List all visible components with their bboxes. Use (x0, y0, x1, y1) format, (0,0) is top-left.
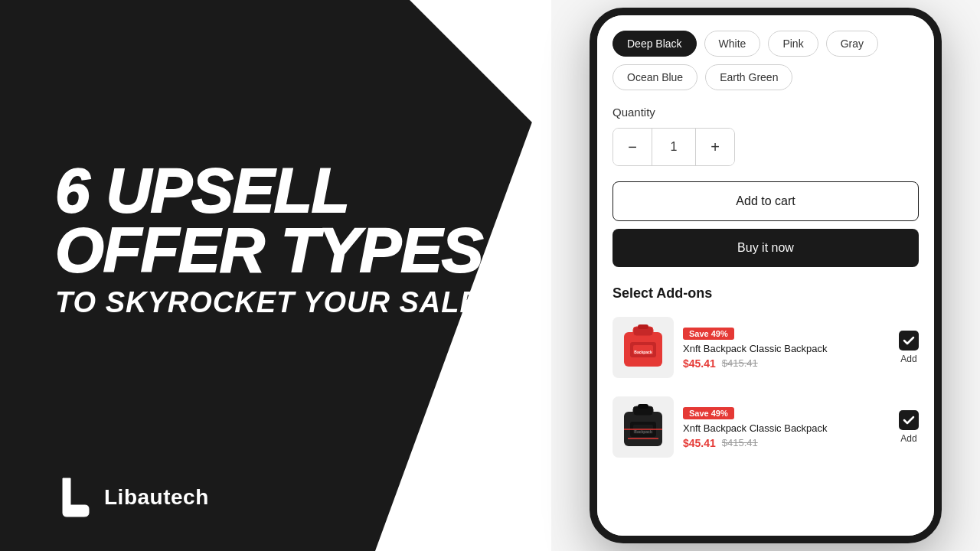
color-btn-deep-black[interactable]: Deep Black (612, 31, 697, 57)
addon-prices-1: $45.41 $415.41 (683, 357, 890, 370)
color-btn-white[interactable]: White (704, 31, 761, 57)
quantity-control: − 1 + (612, 128, 735, 166)
addon-price-old-2: $415.41 (722, 437, 758, 448)
svg-rect-9 (638, 404, 648, 409)
quantity-decrease-button[interactable]: − (613, 129, 652, 165)
addon-info-2: Save 49% Xnft Backpack Classic Backpack … (683, 406, 890, 449)
addon-save-badge-2: Save 49% (683, 407, 734, 419)
addon-price-new-1: $45.41 (683, 357, 716, 370)
addon-item-2: Backpack Save 49% Xnft Backpack Classic … (612, 393, 919, 461)
addon-prices-2: $45.41 $415.41 (683, 437, 890, 449)
addon-save-badge-1: Save 49% (683, 328, 734, 340)
addon-name-2: Xnft Backpack Classic Backpack (683, 422, 890, 434)
buy-now-button[interactable]: Buy it now (612, 229, 919, 267)
headline-line2: OFFER TYPES (55, 220, 500, 280)
color-btn-ocean-blue[interactable]: Ocean Blue (612, 64, 697, 90)
svg-text:Backpack: Backpack (634, 350, 652, 354)
quantity-label: Quantity (612, 106, 919, 119)
addon-checkbox-2[interactable] (899, 410, 919, 430)
logo-area: Libautech (55, 474, 209, 520)
phone-mockup: Deep Black White Pink Gray Ocean Blue Ea… (590, 8, 942, 543)
headline-container: 6 UPSELL OFFER TYPES TO SKYROCKET YOUR S… (55, 161, 500, 319)
left-panel: 6 UPSELL OFFER TYPES TO SKYROCKET YOUR S… (0, 0, 563, 551)
color-btn-earth-green[interactable]: Earth Green (705, 64, 792, 90)
libautech-logo-icon (55, 474, 93, 520)
color-btn-pink[interactable]: Pink (768, 31, 818, 57)
svg-rect-3 (638, 324, 648, 329)
addon-image-2: Backpack (612, 396, 674, 458)
quantity-increase-button[interactable]: + (696, 129, 734, 165)
addon-checkbox-1[interactable] (899, 331, 919, 350)
right-panel: Deep Black White Pink Gray Ocean Blue Ea… (551, 0, 980, 551)
color-btn-gray[interactable]: Gray (826, 31, 878, 57)
add-to-cart-button[interactable]: Add to cart (612, 181, 919, 221)
addon-item-1: Backpack Save 49% Xnft Backpack Classic … (612, 314, 919, 381)
quantity-value: 1 (652, 129, 696, 165)
phone-content: Deep Black White Pink Gray Ocean Blue Ea… (597, 15, 934, 536)
color-options: Deep Black White Pink Gray Ocean Blue Ea… (612, 31, 919, 90)
addon-price-new-2: $45.41 (683, 437, 716, 449)
addon-add-label-1: Add (900, 354, 916, 364)
addons-title: Select Add-ons (612, 285, 919, 302)
svg-text:Backpack: Backpack (634, 429, 652, 434)
logo-text: Libautech (104, 485, 209, 510)
addon-price-old-1: $415.41 (722, 357, 758, 369)
addon-checkbox-area-1: Add (899, 331, 919, 364)
headline-line1: 6 UPSELL (55, 161, 500, 220)
addon-name-1: Xnft Backpack Classic Backpack (683, 343, 890, 354)
addon-add-label-2: Add (900, 433, 916, 444)
headline-sub: TO SKYROCKET YOUR SALES (55, 286, 500, 319)
addon-info-1: Save 49% Xnft Backpack Classic Backpack … (683, 326, 890, 370)
addon-image-1: Backpack (612, 317, 674, 378)
addon-checkbox-area-2: Add (899, 410, 919, 444)
